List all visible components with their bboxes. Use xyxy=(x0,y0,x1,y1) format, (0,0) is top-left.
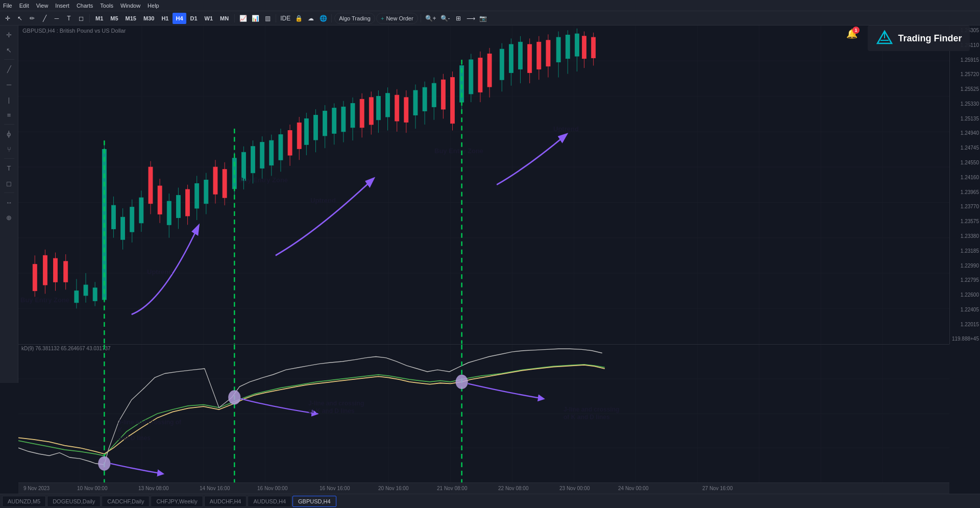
tab-audchf-h4[interactable]: AUDCHF,H4 xyxy=(204,496,247,507)
algo-trading-btn[interactable]: Algo Trading xyxy=(334,13,375,24)
notification-area[interactable]: 🔔 1 xyxy=(846,28,857,39)
toolbar-zoom-in[interactable]: 🔍+ xyxy=(424,13,438,24)
tab-audnzd-m5[interactable]: AUDNZD,M5 xyxy=(2,496,46,507)
svg-rect-67 xyxy=(223,170,227,198)
toolbar: ✛ ↖ ✏ ╱ ─ T ◻ M1 M5 M15 M30 H1 H4 D1 W1 … xyxy=(0,11,980,26)
toolbar-indicators[interactable]: IDE xyxy=(279,13,292,24)
svg-rect-135 xyxy=(528,44,532,72)
svg-rect-31 xyxy=(75,291,79,303)
lt-zoom[interactable]: ⊕ xyxy=(2,210,16,225)
tf-m30[interactable]: M30 xyxy=(140,13,157,24)
menu-bar: File Edit View Insert Charts Tools Windo… xyxy=(0,0,980,11)
price-level: 1.24745 xyxy=(951,145,979,151)
svg-rect-29 xyxy=(64,261,68,282)
svg-point-168 xyxy=(228,390,240,404)
menu-charts[interactable]: Charts xyxy=(77,3,93,9)
chart-type-candle[interactable]: 📊 xyxy=(250,13,261,24)
toolbar-hline[interactable]: ─ xyxy=(51,13,62,24)
tab-dogeusd-daily[interactable]: DOGEUSD,Daily xyxy=(47,496,101,507)
svg-rect-99 xyxy=(369,98,373,125)
lt-crosshair[interactable]: ✛ xyxy=(2,28,16,42)
lt-pitchfork[interactable]: ⑂ xyxy=(2,142,16,156)
svg-rect-85 xyxy=(288,131,292,155)
time-label: 16 Nov 16:00 xyxy=(320,486,350,491)
lt-measure[interactable]: ↔ xyxy=(2,195,16,209)
tab-cadchf-daily[interactable]: CADCHF,Daily xyxy=(102,496,150,507)
tab-chfjpy-weekly[interactable]: CHFJPY,Weekly xyxy=(151,496,203,507)
toolbar-screenshot[interactable]: 📷 xyxy=(478,13,489,24)
tf-m15[interactable]: M15 xyxy=(122,13,139,24)
menu-edit[interactable]: Edit xyxy=(19,3,29,9)
new-order-btn[interactable]: + New Order xyxy=(376,13,418,24)
toolbar-cloud[interactable]: ☁ xyxy=(305,13,316,24)
tab-gbpusd-h4[interactable]: GBPUSD,H4 xyxy=(292,496,336,507)
tf-m1[interactable]: M1 xyxy=(92,13,106,24)
svg-rect-139 xyxy=(546,40,550,66)
toolbar-line[interactable]: ╱ xyxy=(39,13,50,24)
toolbar-grid[interactable]: ⊞ xyxy=(453,13,464,24)
chart-type-bar[interactable]: ▥ xyxy=(262,13,273,24)
lt-shapes[interactable]: ◻ xyxy=(2,176,16,190)
tf-m5[interactable]: M5 xyxy=(107,13,121,24)
svg-rect-95 xyxy=(386,93,390,117)
tf-w1[interactable]: W1 xyxy=(202,13,216,24)
svg-rect-117 xyxy=(469,60,473,94)
tab-audusd-h4[interactable]: AUDUSD,H4 xyxy=(248,496,291,507)
svg-rect-69 xyxy=(251,147,255,173)
toolbar-text[interactable]: T xyxy=(63,13,75,24)
toolbar-pencil[interactable]: ✏ xyxy=(27,13,38,24)
toolbar-lock[interactable]: 🔒 xyxy=(293,13,304,24)
toolbar-shapes[interactable]: ◻ xyxy=(76,13,87,24)
menu-insert[interactable]: Insert xyxy=(55,3,69,9)
menu-tools[interactable]: Tools xyxy=(100,3,113,9)
lt-hline[interactable]: ─ xyxy=(2,77,16,91)
lt-text[interactable]: T xyxy=(2,161,16,175)
tf-h4[interactable]: H4 xyxy=(173,13,186,24)
svg-rect-51 xyxy=(167,201,171,225)
time-axis: 9 Nov 2023 10 Nov 00:00 13 Nov 08:00 14 … xyxy=(18,482,949,494)
price-level: 1.25525 xyxy=(951,86,979,92)
lt-line[interactable]: ╱ xyxy=(2,62,16,76)
lt-vline[interactable]: | xyxy=(2,92,16,107)
chart-type-line[interactable]: 📈 xyxy=(237,13,249,24)
price-level: 1.22015 xyxy=(951,322,979,327)
toolbar-crosshair[interactable]: ✛ xyxy=(2,13,13,24)
toolbar-arrow[interactable]: ↖ xyxy=(14,13,26,24)
toolbar-sep1 xyxy=(89,14,90,22)
svg-rect-127 xyxy=(566,35,570,58)
lt-fib[interactable]: ϕ xyxy=(2,127,16,141)
menu-view[interactable]: View xyxy=(36,3,48,9)
menu-file[interactable]: File xyxy=(3,3,12,9)
svg-rect-129 xyxy=(575,34,579,56)
tf-mn[interactable]: MN xyxy=(217,13,232,24)
menu-window[interactable]: Window xyxy=(120,3,140,9)
time-label: 14 Nov 16:00 xyxy=(200,486,230,491)
svg-rect-49 xyxy=(158,186,162,214)
time-label: 13 Nov 08:00 xyxy=(138,486,169,491)
lt-pointer[interactable]: ↖ xyxy=(2,43,16,57)
svg-rect-93 xyxy=(376,96,380,120)
toolbar-globe[interactable]: 🌐 xyxy=(317,13,329,24)
price-level: 1.23380 xyxy=(951,233,979,239)
tf-d1[interactable]: D1 xyxy=(187,13,201,24)
price-level: 1.22795 xyxy=(951,277,979,283)
toolbar-zoom-out[interactable]: 🔍- xyxy=(439,13,452,24)
lt-sep2 xyxy=(4,124,14,125)
svg-rect-73 xyxy=(270,140,274,165)
time-label: 10 Nov 00:00 xyxy=(77,486,108,491)
svg-rect-23 xyxy=(33,264,37,291)
logo-text: Trading Finder xyxy=(898,33,962,44)
svg-rect-107 xyxy=(423,87,427,111)
svg-rect-131 xyxy=(478,58,482,92)
lt-channel[interactable]: ≡ xyxy=(2,108,16,122)
toolbar-sep2 xyxy=(234,14,235,22)
tf-h1[interactable]: H1 xyxy=(158,13,172,24)
algo-trading-label: Algo Trading xyxy=(339,15,371,21)
svg-rect-79 xyxy=(313,115,317,140)
time-label: 21 Nov 08:00 xyxy=(437,486,468,491)
toolbar-sep5 xyxy=(421,14,421,22)
svg-rect-111 xyxy=(441,80,445,109)
toolbar-auto-scroll[interactable]: ⟶ xyxy=(465,13,477,24)
svg-rect-47 xyxy=(149,167,153,204)
menu-help[interactable]: Help xyxy=(148,3,159,9)
